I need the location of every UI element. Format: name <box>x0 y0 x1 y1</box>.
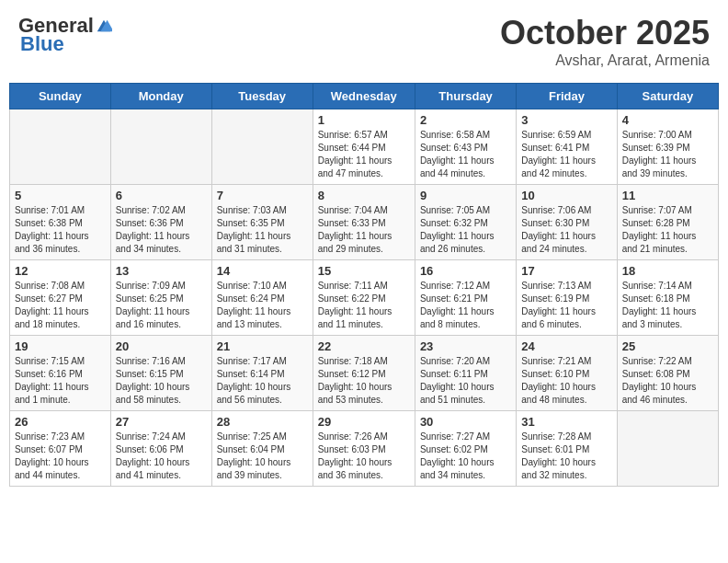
calendar-cell: 6Sunrise: 7:02 AM Sunset: 6:36 PM Daylig… <box>110 185 211 260</box>
calendar-cell: 27Sunrise: 7:24 AM Sunset: 6:06 PM Dayli… <box>110 411 211 487</box>
day-number: 22 <box>318 339 410 353</box>
day-of-week-header: Monday <box>110 84 211 109</box>
day-info: Sunrise: 7:00 AM Sunset: 6:39 PM Dayligh… <box>622 129 713 180</box>
calendar-cell <box>10 109 111 185</box>
calendar-week-row: 26Sunrise: 7:23 AM Sunset: 6:07 PM Dayli… <box>10 411 719 487</box>
calendar-cell: 28Sunrise: 7:25 AM Sunset: 6:04 PM Dayli… <box>211 411 313 487</box>
day-of-week-header: Friday <box>517 84 617 109</box>
calendar-cell: 13Sunrise: 7:09 AM Sunset: 6:25 PM Dayli… <box>110 260 211 336</box>
day-of-week-header: Saturday <box>617 84 718 109</box>
calendar-cell: 21Sunrise: 7:17 AM Sunset: 6:14 PM Dayli… <box>211 336 313 411</box>
calendar-cell: 7Sunrise: 7:03 AM Sunset: 6:35 PM Daylig… <box>211 185 313 260</box>
day-info: Sunrise: 7:17 AM Sunset: 6:14 PM Dayligh… <box>217 355 308 407</box>
day-number: 8 <box>318 189 410 202</box>
day-info: Sunrise: 7:16 AM Sunset: 6:15 PM Dayligh… <box>116 355 207 407</box>
calendar-cell: 5Sunrise: 7:01 AM Sunset: 6:38 PM Daylig… <box>10 185 111 260</box>
day-of-week-header: Thursday <box>415 84 516 109</box>
calendar-header-row: SundayMondayTuesdayWednesdayThursdayFrid… <box>10 84 719 109</box>
calendar-cell: 20Sunrise: 7:16 AM Sunset: 6:15 PM Dayli… <box>110 336 211 411</box>
calendar-cell: 10Sunrise: 7:06 AM Sunset: 6:30 PM Dayli… <box>517 185 617 260</box>
day-info: Sunrise: 6:57 AM Sunset: 6:44 PM Dayligh… <box>318 129 410 180</box>
day-number: 5 <box>15 189 106 202</box>
day-of-week-header: Tuesday <box>211 84 313 109</box>
day-number: 9 <box>420 189 511 202</box>
location-subtitle: Avshar, Ararat, Armenia <box>500 52 710 69</box>
day-number: 24 <box>521 339 611 353</box>
day-number: 6 <box>116 189 207 202</box>
day-number: 15 <box>318 264 410 278</box>
calendar-cell: 8Sunrise: 7:04 AM Sunset: 6:33 PM Daylig… <box>313 185 415 260</box>
logo-icon <box>96 17 112 34</box>
calendar-week-row: 5Sunrise: 7:01 AM Sunset: 6:38 PM Daylig… <box>10 185 719 260</box>
day-info: Sunrise: 7:02 AM Sunset: 6:36 PM Dayligh… <box>116 204 207 256</box>
day-info: Sunrise: 7:07 AM Sunset: 6:28 PM Dayligh… <box>622 204 713 256</box>
calendar-cell: 1Sunrise: 6:57 AM Sunset: 6:44 PM Daylig… <box>313 109 415 185</box>
calendar-cell: 14Sunrise: 7:10 AM Sunset: 6:24 PM Dayli… <box>211 260 313 336</box>
day-number: 14 <box>217 264 308 278</box>
month-title: October 2025 <box>500 14 710 52</box>
day-number: 25 <box>622 339 713 353</box>
calendar-cell: 22Sunrise: 7:18 AM Sunset: 6:12 PM Dayli… <box>313 336 415 411</box>
calendar-cell: 9Sunrise: 7:05 AM Sunset: 6:32 PM Daylig… <box>415 185 516 260</box>
day-number: 16 <box>420 264 511 278</box>
calendar-cell: 30Sunrise: 7:27 AM Sunset: 6:02 PM Dayli… <box>415 411 516 487</box>
day-number: 30 <box>420 415 511 429</box>
logo: General Blue <box>18 14 112 56</box>
day-number: 2 <box>420 113 511 127</box>
calendar-week-row: 19Sunrise: 7:15 AM Sunset: 6:16 PM Dayli… <box>10 336 719 411</box>
title-block: October 2025 Avshar, Ararat, Armenia <box>500 14 710 69</box>
calendar-cell: 15Sunrise: 7:11 AM Sunset: 6:22 PM Dayli… <box>313 260 415 336</box>
calendar-cell: 2Sunrise: 6:58 AM Sunset: 6:43 PM Daylig… <box>415 109 516 185</box>
day-info: Sunrise: 7:24 AM Sunset: 6:06 PM Dayligh… <box>116 431 207 482</box>
day-info: Sunrise: 7:13 AM Sunset: 6:19 PM Dayligh… <box>521 280 611 331</box>
day-info: Sunrise: 7:06 AM Sunset: 6:30 PM Dayligh… <box>521 204 611 256</box>
day-info: Sunrise: 7:05 AM Sunset: 6:32 PM Dayligh… <box>420 204 511 256</box>
calendar-week-row: 1Sunrise: 6:57 AM Sunset: 6:44 PM Daylig… <box>10 109 719 185</box>
day-info: Sunrise: 7:08 AM Sunset: 6:27 PM Dayligh… <box>15 280 106 331</box>
calendar-cell: 3Sunrise: 6:59 AM Sunset: 6:41 PM Daylig… <box>517 109 617 185</box>
day-info: Sunrise: 6:58 AM Sunset: 6:43 PM Dayligh… <box>420 129 511 180</box>
calendar-cell: 31Sunrise: 7:28 AM Sunset: 6:01 PM Dayli… <box>517 411 617 487</box>
day-of-week-header: Wednesday <box>313 84 415 109</box>
day-number: 31 <box>521 415 611 429</box>
page-header: General Blue October 2025 Avshar, Ararat… <box>9 9 719 74</box>
day-number: 26 <box>15 415 106 429</box>
day-number: 4 <box>622 113 713 127</box>
day-number: 3 <box>521 113 611 127</box>
day-number: 11 <box>622 189 713 202</box>
day-number: 7 <box>217 189 308 202</box>
calendar-cell: 18Sunrise: 7:14 AM Sunset: 6:18 PM Dayli… <box>617 260 718 336</box>
day-number: 1 <box>318 113 410 127</box>
day-number: 10 <box>521 189 611 202</box>
day-info: Sunrise: 7:26 AM Sunset: 6:03 PM Dayligh… <box>318 431 410 482</box>
day-info: Sunrise: 7:14 AM Sunset: 6:18 PM Dayligh… <box>622 280 713 331</box>
day-number: 21 <box>217 339 308 353</box>
calendar-week-row: 12Sunrise: 7:08 AM Sunset: 6:27 PM Dayli… <box>10 260 719 336</box>
day-number: 27 <box>116 415 207 429</box>
day-number: 29 <box>318 415 410 429</box>
calendar-cell: 17Sunrise: 7:13 AM Sunset: 6:19 PM Dayli… <box>517 260 617 336</box>
day-info: Sunrise: 7:28 AM Sunset: 6:01 PM Dayligh… <box>521 431 611 482</box>
day-number: 13 <box>116 264 207 278</box>
calendar-cell: 29Sunrise: 7:26 AM Sunset: 6:03 PM Dayli… <box>313 411 415 487</box>
day-info: Sunrise: 7:11 AM Sunset: 6:22 PM Dayligh… <box>318 280 410 331</box>
calendar-cell: 19Sunrise: 7:15 AM Sunset: 6:16 PM Dayli… <box>10 336 111 411</box>
day-info: Sunrise: 7:03 AM Sunset: 6:35 PM Dayligh… <box>217 204 308 256</box>
day-number: 28 <box>217 415 308 429</box>
day-info: Sunrise: 7:01 AM Sunset: 6:38 PM Dayligh… <box>15 204 106 256</box>
day-number: 23 <box>420 339 511 353</box>
calendar-table: SundayMondayTuesdayWednesdayThursdayFrid… <box>9 83 719 487</box>
day-number: 18 <box>622 264 713 278</box>
day-info: Sunrise: 7:25 AM Sunset: 6:04 PM Dayligh… <box>217 431 308 482</box>
day-of-week-header: Sunday <box>10 84 111 109</box>
day-info: Sunrise: 7:10 AM Sunset: 6:24 PM Dayligh… <box>217 280 308 331</box>
day-info: Sunrise: 7:15 AM Sunset: 6:16 PM Dayligh… <box>15 355 106 407</box>
day-info: Sunrise: 7:22 AM Sunset: 6:08 PM Dayligh… <box>622 355 713 407</box>
logo-blue-text: Blue <box>20 32 64 56</box>
calendar-cell: 11Sunrise: 7:07 AM Sunset: 6:28 PM Dayli… <box>617 185 718 260</box>
calendar-cell <box>110 109 211 185</box>
calendar-cell: 26Sunrise: 7:23 AM Sunset: 6:07 PM Dayli… <box>10 411 111 487</box>
calendar-cell: 12Sunrise: 7:08 AM Sunset: 6:27 PM Dayli… <box>10 260 111 336</box>
calendar-cell <box>211 109 313 185</box>
day-info: Sunrise: 7:04 AM Sunset: 6:33 PM Dayligh… <box>318 204 410 256</box>
